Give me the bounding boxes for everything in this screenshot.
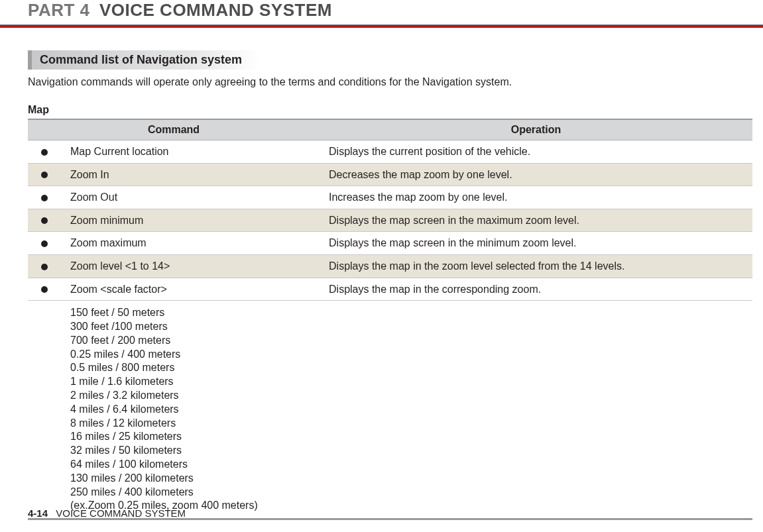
col-header-operation: Operation [320, 119, 752, 140]
chapter-header: PART 4 VOICE COMMAND SYSTEM [0, 0, 763, 25]
intro-text: Navigation commands will operate only ag… [28, 76, 750, 88]
content-area: Command list of Navigation system Naviga… [0, 28, 763, 520]
operation-cell: Displays the map screen in the minimum z… [320, 232, 752, 255]
bullet-icon [28, 209, 61, 232]
command-cell: Zoom Out [61, 186, 320, 209]
command-cell: Zoom level <1 to 14> [61, 254, 320, 278]
document-page: PART 4 VOICE COMMAND SYSTEM Command list… [0, 0, 763, 532]
table-row: 150 feet / 50 meters 300 feet /100 meter… [28, 301, 752, 519]
operation-cell: Displays the current position of the veh… [320, 140, 752, 164]
section-heading: Command list of Navigation system [28, 50, 259, 70]
col-header-command: Command [28, 119, 320, 140]
operation-cell: Displays the map screen in the maximum z… [320, 209, 752, 232]
bullet-icon [28, 254, 61, 278]
table-row: Zoom <scale factor> Displays the map in … [28, 278, 752, 301]
bullet-icon [28, 163, 61, 186]
bullet-icon [28, 186, 61, 209]
empty-cell [28, 301, 61, 519]
part-label: PART 4 [28, 0, 90, 20]
table-row: Zoom Out Increases the map zoom by one l… [28, 186, 752, 209]
operation-cell: Decreases the map zoom by one level. [320, 163, 752, 186]
table-row: Zoom maximum Displays the map screen in … [28, 232, 752, 255]
command-cell: 150 feet / 50 meters 300 feet /100 meter… [61, 301, 320, 519]
command-cell: Zoom minimum [61, 209, 320, 232]
running-title: VOICE COMMAND SYSTEM [56, 507, 186, 519]
command-cell: Zoom maximum [61, 232, 320, 255]
operation-cell [320, 301, 752, 519]
bullet-icon [28, 140, 61, 164]
table-row: Zoom In Decreases the map zoom by one le… [28, 163, 752, 186]
page-number: 4-14 [28, 507, 48, 519]
bullet-icon [28, 232, 61, 255]
table-row: Zoom level <1 to 14> Displays the map in… [28, 254, 752, 278]
operation-cell: Increases the map zoom by one level. [320, 186, 752, 209]
bullet-icon [28, 278, 61, 301]
table-row: Map Current location Displays the curren… [28, 140, 752, 164]
operation-cell: Displays the map in the corresponding zo… [320, 278, 752, 301]
table-header-row: Command Operation [28, 119, 752, 140]
table-row: Zoom minimum Displays the map screen in … [28, 209, 752, 232]
command-table: Command Operation Map Current location D… [28, 119, 752, 520]
table-title: Map [28, 104, 750, 116]
chapter-title: VOICE COMMAND SYSTEM [99, 0, 332, 20]
page-footer: 4-14 VOICE COMMAND SYSTEM [28, 507, 186, 519]
command-cell: Zoom In [61, 163, 320, 186]
command-cell: Map Current location [61, 140, 320, 164]
operation-cell: Displays the map in the zoom level selec… [320, 254, 752, 278]
command-cell: Zoom <scale factor> [61, 278, 320, 301]
